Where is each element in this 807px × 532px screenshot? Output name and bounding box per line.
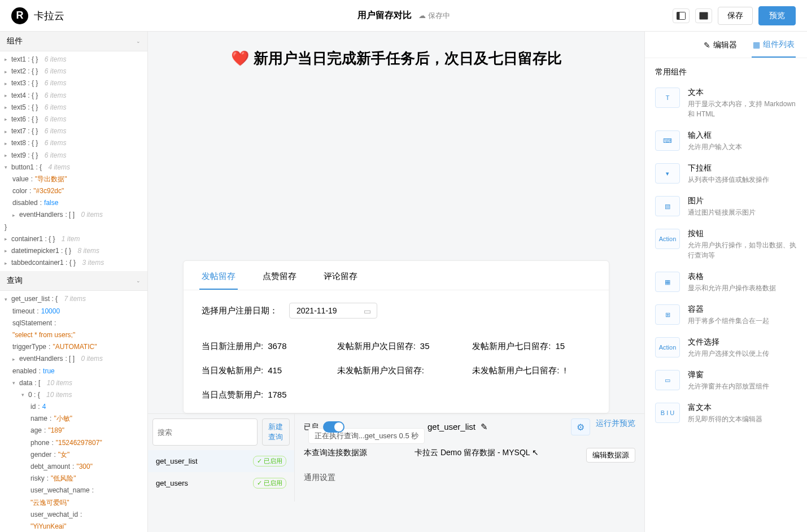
component-icon: T: [655, 88, 680, 108]
tree-text9[interactable]: ▸text9 : { } 6 items: [0, 150, 147, 162]
tree-close: }: [0, 221, 147, 233]
edit-icon[interactable]: ✎: [481, 422, 488, 431]
ds-label: 本查询连接数据源: [304, 448, 367, 463]
tree-button1-color: color : "#3c92dc": [0, 185, 147, 197]
component-name: 文件选择: [688, 337, 797, 347]
component-name: 容器: [688, 304, 797, 315]
gear-icon: ⚙: [577, 422, 584, 433]
right-panel-tabs: ✎编辑器 ▦组件列表: [645, 32, 807, 58]
tree-text1[interactable]: ▸text1 : { } 6 items: [0, 54, 147, 66]
component-icon: Action: [655, 229, 680, 249]
query-item-get-user-list[interactable]: get_user_list ✓已启用: [148, 450, 294, 472]
query-search-input[interactable]: [152, 418, 258, 446]
query-list-panel: 新建查询 get_user_list ✓已启用 get_users ✓已启用: [148, 414, 295, 502]
save-button[interactable]: 保存: [718, 7, 753, 25]
tree-button1-disabled: disabled : false: [0, 197, 147, 209]
component-icon: ▭: [655, 370, 680, 390]
check-icon: ✓: [257, 479, 262, 487]
main: 组件 ⌄ ▸text1 : { } 6 items ▸text2 : { } 6…: [0, 32, 807, 532]
component-desc: 允许用户选择文件以便上传: [688, 348, 797, 359]
tree-button1-eh[interactable]: ▸eventHandlers : [ ] 0 items: [0, 209, 147, 221]
tree-text2[interactable]: ▸text2 : { } 6 items: [0, 66, 147, 77]
date-input[interactable]: 2021-11-19 ▭: [289, 303, 377, 319]
tree-text3[interactable]: ▸text3 : { } 6 items: [0, 77, 147, 89]
component-name: 按钮: [688, 229, 797, 239]
component-item-5[interactable]: ▦表格显示和允许用户操作表格数据: [645, 266, 807, 299]
tab-like-retention[interactable]: 点赞留存: [260, 267, 299, 290]
component-icon: ⌨: [655, 130, 680, 151]
retention-card: 发帖留存 点赞留存 评论留存 选择用户注册日期： 2021-11-19 ▭: [183, 260, 609, 413]
run-preview-button[interactable]: 运行并预览: [596, 418, 635, 435]
edit-ds-button[interactable]: 编辑数据源: [586, 448, 635, 463]
new-query-button[interactable]: 新建查询: [262, 418, 290, 446]
components-panel-header[interactable]: 组件 ⌄: [0, 32, 147, 51]
component-desc: 显示和允许用户操作表格数据: [688, 283, 797, 293]
component-item-8[interactable]: ▭弹窗允许弹窗并在内部放置组件: [645, 364, 807, 397]
component-desc: 通过图片链接展示图片: [688, 207, 797, 217]
component-item-1[interactable]: ⌨输入框允许用户输入文本: [645, 125, 807, 158]
bottom-panel: 新建查询 get_user_list ✓已启用 get_users ✓已启用 已…: [148, 413, 644, 502]
tree-tc[interactable]: ▸tabbedcontainer1 : { } 3 items: [0, 257, 147, 269]
stats-grid: 当日新注册用户:3678 发帖新用户次日留存:35 发帖新用户七日留存:15 当…: [202, 341, 591, 400]
component-desc: 所见即所得的文本编辑器: [688, 414, 797, 424]
component-name: 弹窗: [688, 370, 797, 380]
tree-button1[interactable]: ▾button1 : { 4 items: [0, 162, 147, 173]
tree-container1[interactable]: ▸container1 : { } 1 item: [0, 233, 147, 245]
canvas: ❤️ 新用户当日完成新手任务后，次日及七日留存比 发帖留存 点赞留存 评论留存 …: [148, 32, 644, 532]
component-icon: Action: [655, 337, 680, 357]
layout-full-icon[interactable]: [695, 8, 712, 23]
current-query-name[interactable]: get_user_list ✎: [428, 422, 488, 432]
cloud-icon: ☁: [418, 11, 426, 20]
layout-sidebar-icon[interactable]: [673, 8, 690, 23]
brand: R 卡拉云: [11, 7, 64, 24]
right-panel: ✎编辑器 ▦组件列表 常用组件 T文本用于显示文本内容，支持 Markdown …: [644, 32, 807, 532]
component-name: 表格: [688, 272, 797, 282]
component-desc: 用于将多个组件集合在一起: [688, 316, 797, 326]
topbar: R 卡拉云 用户留存对比 ☁ 保存中 保存 预览: [0, 0, 807, 32]
component-desc: 用于显示文本内容，支持 Markdown 和 HTML: [688, 99, 797, 119]
switch-icon[interactable]: [323, 421, 344, 433]
common-components-title: 常用组件: [645, 58, 807, 82]
preview-button[interactable]: 预览: [758, 6, 796, 25]
queries-panel-header[interactable]: 查询 ⌄: [0, 271, 147, 291]
brand-name: 卡拉云: [34, 9, 64, 23]
page-title-wrap: 用户留存对比 ☁ 保存中: [357, 10, 450, 21]
component-icon: ▾: [655, 163, 680, 184]
component-item-7[interactable]: Action文件选择允许用户选择文件以便上传: [645, 332, 807, 364]
canvas-title: ❤️ 新用户当日完成新手任务后，次日及七日留存比: [174, 49, 618, 68]
component-item-6[interactable]: ⊞容器用于将多个组件集合在一起: [645, 299, 807, 332]
tab-component-list[interactable]: ▦组件列表: [752, 40, 796, 58]
tree-text7[interactable]: ▸text7 : { } 6 items: [0, 125, 147, 137]
query-settings-button[interactable]: ⚙: [571, 418, 590, 435]
component-item-3[interactable]: ▧图片通过图片链接展示图片: [645, 190, 807, 223]
component-item-4[interactable]: Action按钮允许用户执行操作，如导出数据、执行查询等: [645, 223, 807, 266]
svg-rect-1: [677, 12, 680, 19]
tree-dtp[interactable]: ▸datetimepicker1 : { } 8 items: [0, 245, 147, 257]
ds-value: 卡拉云 Demo 留存数据 - MYSQL ↖: [415, 448, 539, 463]
tab-post-retention[interactable]: 发帖留存: [199, 267, 238, 290]
tree-text6[interactable]: ▸text6 : { } 6 items: [0, 114, 147, 125]
left-panel: 组件 ⌄ ▸text1 : { } 6 items ▸text2 : { } 6…: [0, 32, 148, 532]
component-icon: ▦: [655, 272, 680, 292]
component-name: 下拉框: [688, 163, 797, 173]
component-item-9[interactable]: B I U富文本所见即所得的文本编辑器: [645, 397, 807, 430]
saving-status: ☁ 保存中: [418, 11, 450, 21]
date-row: 选择用户注册日期： 2021-11-19 ▭: [202, 303, 591, 319]
grid-icon: ▦: [753, 40, 760, 49]
components-tree: ▸text1 : { } 6 items ▸text2 : { } 6 item…: [0, 51, 147, 271]
tree-text5[interactable]: ▸text5 : { } 6 items: [0, 102, 147, 114]
component-icon: ▧: [655, 196, 680, 216]
component-name: 富文本: [688, 403, 797, 413]
tree-text4[interactable]: ▸text4 : { } 6 items: [0, 90, 147, 102]
component-icon: B I U: [655, 403, 680, 423]
query-item-get-users[interactable]: get_users ✓已启用: [148, 472, 294, 494]
tab-comment-retention[interactable]: 评论留存: [321, 267, 360, 290]
component-item-0[interactable]: T文本用于显示文本内容，支持 Markdown 和 HTML: [645, 82, 807, 125]
tree-query[interactable]: ▾get_user_list : { 7 items: [0, 293, 147, 305]
component-item-2[interactable]: ▾下拉框从列表中选择值或触发操作: [645, 158, 807, 190]
chevron-down-icon: ⌄: [136, 278, 141, 284]
tab-editor[interactable]: ✎编辑器: [703, 40, 738, 58]
cursor-icon: ↖: [532, 448, 539, 457]
pencil-icon: ✎: [704, 41, 710, 50]
tree-text8[interactable]: ▸text8 : { } 6 items: [0, 137, 147, 149]
